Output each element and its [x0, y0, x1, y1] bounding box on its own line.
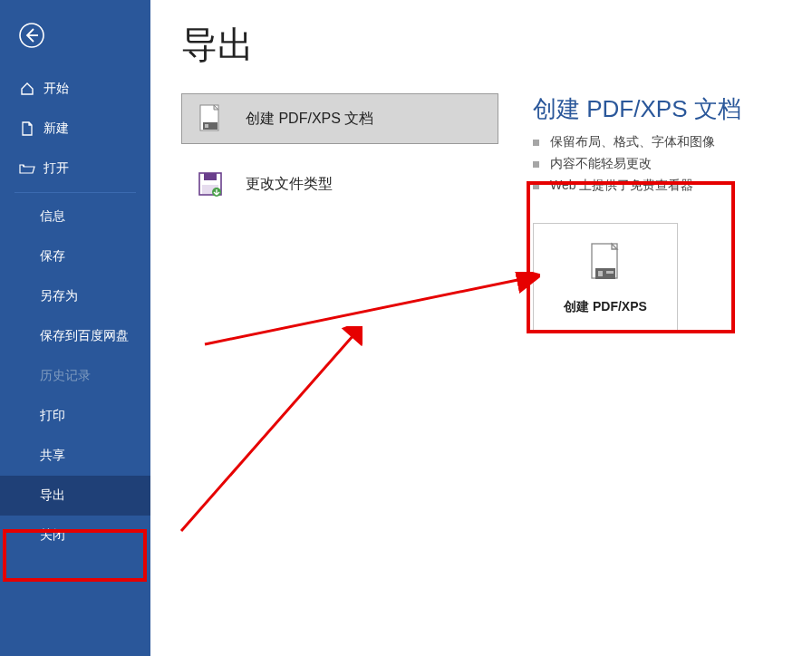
back-arrow-icon [18, 22, 45, 49]
option-label: 创建 PDF/XPS 文档 [246, 110, 373, 129]
open-folder-icon [18, 162, 36, 175]
nav-label: 开始 [44, 81, 69, 97]
svg-rect-12 [606, 271, 614, 274]
content: 导出 创建 PDF/XPS 文档 [150, 0, 812, 656]
nav-item-save-to-baidu[interactable]: 保存到百度网盘 [0, 316, 150, 356]
nav-label: 打印 [40, 408, 65, 424]
home-icon [18, 82, 36, 96]
option-change-file-type[interactable]: 更改文件类型 [181, 159, 498, 209]
detail-title: 创建 PDF/XPS 文档 [533, 93, 741, 125]
nav-label: 保存到百度网盘 [40, 328, 129, 344]
nav-label: 导出 [40, 487, 65, 504]
pdf-doc-icon [195, 103, 226, 134]
nav-item-close[interactable]: 关闭 [0, 516, 150, 555]
nav-item-share[interactable]: 共享 [0, 436, 150, 476]
save-type-icon [195, 169, 226, 199]
divider [14, 192, 136, 193]
nav-label: 新建 [44, 121, 69, 137]
nav-item-history: 历史记录 [0, 356, 150, 396]
nav-label: 另存为 [40, 288, 78, 304]
sidebar: 开始 新建 打开 信息 保存 另存为 [0, 0, 150, 656]
nav: 开始 新建 打开 信息 保存 另存为 [0, 69, 150, 555]
svg-rect-11 [598, 271, 603, 276]
export-options: 创建 PDF/XPS 文档 更改文件类型 [181, 93, 508, 333]
detail-bullets: 保留布局、格式、字体和图像 内容不能轻易更改 Web 上提供了免费查看器 [533, 134, 741, 194]
nav-label: 保存 [40, 248, 65, 265]
nav-item-start[interactable]: 开始 [0, 69, 150, 109]
export-detail: 创建 PDF/XPS 文档 保留布局、格式、字体和图像 内容不能轻易更改 Web… [533, 93, 741, 333]
nav-item-export[interactable]: 导出 [0, 476, 150, 516]
pdf-export-icon [585, 241, 626, 290]
list-item: 保留布局、格式、字体和图像 [533, 134, 741, 150]
nav-item-print[interactable]: 打印 [0, 396, 150, 436]
nav-item-open[interactable]: 打开 [0, 149, 150, 188]
option-create-pdf-xps[interactable]: 创建 PDF/XPS 文档 [181, 93, 498, 144]
nav-label: 历史记录 [40, 368, 91, 384]
list-item: Web 上提供了免费查看器 [533, 178, 741, 194]
svg-rect-6 [204, 173, 217, 180]
page-title: 导出 [181, 20, 781, 70]
nav-label: 打开 [44, 160, 69, 177]
nav-item-info[interactable]: 信息 [0, 197, 150, 236]
list-item: 内容不能轻易更改 [533, 156, 741, 172]
option-label: 更改文件类型 [246, 175, 333, 194]
new-file-icon [18, 121, 36, 136]
nav-item-saveas[interactable]: 另存为 [0, 276, 150, 316]
nav-item-new[interactable]: 新建 [0, 109, 150, 149]
button-label: 创建 PDF/XPS [564, 299, 647, 315]
nav-label: 关闭 [40, 527, 65, 544]
nav-label: 信息 [40, 208, 65, 225]
nav-label: 共享 [40, 448, 65, 464]
create-pdf-xps-button[interactable]: 创建 PDF/XPS [533, 223, 678, 333]
back-button[interactable] [13, 16, 51, 54]
svg-rect-4 [205, 124, 208, 128]
nav-item-save[interactable]: 保存 [0, 236, 150, 276]
